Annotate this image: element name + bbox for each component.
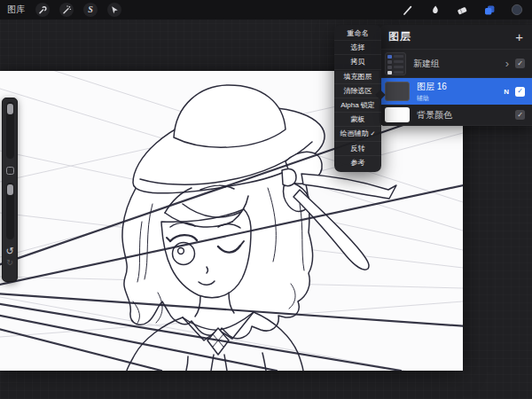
layers-panel-title: 图层 — [388, 29, 411, 44]
wrench-icon — [37, 4, 48, 15]
brush-size-slider[interactable] — [6, 102, 14, 159]
transform-button[interactable] — [107, 3, 121, 17]
color-button[interactable] — [510, 3, 524, 17]
actions-button[interactable] — [35, 3, 50, 17]
menu-item-reference[interactable]: 参考 — [334, 156, 381, 170]
modify-button[interactable] — [6, 167, 14, 175]
smudge-finger-icon — [429, 4, 441, 16]
layer-assist-badge: 辅助 — [417, 94, 447, 103]
layer-row-selected[interactable]: 图层 16 辅助 N ✓ — [379, 78, 532, 105]
layer-row-background[interactable]: 背景颜色 ✓ — [379, 105, 532, 126]
layer-name: 图层 16 — [417, 81, 447, 93]
layer-row-group[interactable]: 新建组 › ✓ — [379, 50, 532, 78]
brush-size-handle[interactable] — [7, 104, 13, 114]
smudge-button[interactable] — [427, 3, 442, 17]
layer-name: 背景颜色 — [417, 109, 452, 121]
opacity-handle[interactable] — [7, 184, 13, 195]
procreate-app: 图库 S — [0, 0, 532, 399]
layers-button[interactable] — [482, 3, 497, 17]
brush-sidebar: ↺ ↻ — [2, 98, 18, 282]
layers-panel: 图层 + 新建组 › ✓ — [379, 25, 532, 126]
layer-visibility-checkbox[interactable]: ✓ — [515, 110, 525, 120]
selection-s-icon: S — [88, 5, 93, 14]
opacity-slider[interactable] — [6, 183, 14, 239]
eraser-button[interactable] — [455, 3, 469, 17]
toolbar-left-group: 图库 S — [0, 3, 121, 17]
magic-wand-icon — [61, 4, 72, 15]
layer-visibility-checkbox[interactable]: ✓ — [515, 59, 525, 68]
blend-mode-button[interactable]: N — [504, 88, 509, 96]
checkmark-icon: ✓ — [371, 130, 376, 137]
menu-item-select[interactable]: 选择 — [334, 41, 381, 55]
layers-icon — [483, 4, 496, 16]
current-color-swatch-icon — [511, 4, 523, 16]
menu-item-mask[interactable]: 蒙板 — [334, 113, 381, 127]
layer-context-menu: 重命名 选择 拷贝 填充图层 清除选区 Alpha 锁定 蒙板 绘画辅助 ✓ 反… — [334, 25, 381, 172]
menu-item-alpha-lock[interactable]: Alpha 锁定 — [334, 98, 381, 113]
menu-item-rename[interactable]: 重命名 — [334, 27, 381, 41]
menu-item-clear-selection[interactable]: 清除选区 — [334, 84, 381, 98]
adjustments-button[interactable] — [59, 3, 74, 17]
add-layer-button[interactable]: + — [515, 30, 523, 43]
gallery-button[interactable]: 图库 — [7, 4, 26, 16]
menu-item-invert[interactable]: 反转 — [334, 142, 381, 156]
eraser-icon — [456, 4, 468, 16]
layer-name: 新建组 — [413, 58, 440, 70]
brush-button[interactable] — [400, 3, 414, 17]
layer-thumbnail — [385, 82, 410, 101]
workspace-background: ↺ ↻ 图层 + 新建组 › ✓ — [0, 20, 532, 399]
top-toolbar: 图库 S — [0, 0, 532, 20]
chevron-right-icon[interactable]: › — [505, 58, 509, 69]
brush-icon — [402, 4, 413, 16]
group-thumbnail — [385, 52, 406, 75]
background-thumbnail — [385, 107, 410, 122]
undo-button[interactable]: ↺ — [5, 246, 13, 256]
selection-button[interactable]: S — [83, 3, 98, 17]
menu-item-fill-layer[interactable]: 填充图层 — [334, 70, 381, 84]
transform-arrow-icon — [109, 4, 120, 15]
redo-button[interactable]: ↻ — [6, 259, 13, 267]
toolbar-right-group — [400, 3, 532, 17]
menu-item-drawing-assist[interactable]: 绘画辅助 ✓ — [334, 127, 381, 141]
menu-item-copy[interactable]: 拷贝 — [334, 55, 381, 69]
layer-visibility-checkbox[interactable]: ✓ — [515, 87, 525, 97]
layers-panel-header: 图层 + — [379, 25, 532, 50]
